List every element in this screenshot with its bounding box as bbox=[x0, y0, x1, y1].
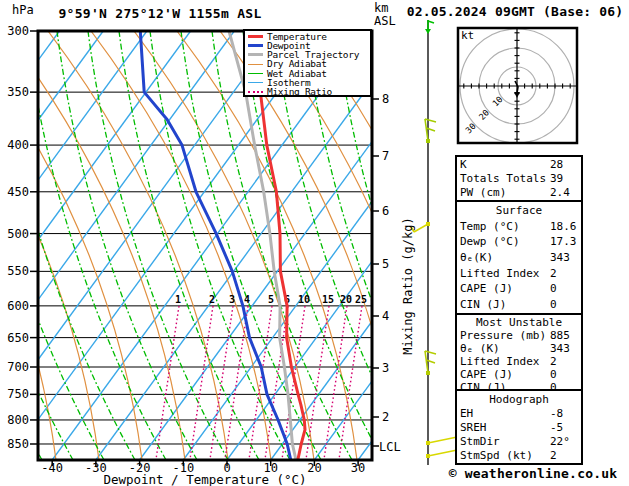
info-row-value: 343 bbox=[550, 251, 570, 264]
pressure-tick-label: 850 bbox=[7, 437, 29, 451]
mixing-ratio-label: 1 bbox=[175, 294, 181, 305]
pressure-unit-label: hPa bbox=[12, 3, 34, 17]
info-row-label: CAPE (J) bbox=[460, 368, 513, 381]
pressure-tick-label: 450 bbox=[7, 185, 29, 199]
mixing-ratio-label: 10 bbox=[298, 294, 310, 305]
pressure-tick-label: 750 bbox=[7, 387, 29, 401]
km-tick-label: 3 bbox=[382, 361, 389, 375]
hodograph: 102030 bbox=[456, 25, 578, 147]
pressure-tick-label: 550 bbox=[7, 264, 29, 278]
mixing-ratio-label: 20 bbox=[340, 294, 352, 305]
info-row-value: -8 bbox=[550, 407, 563, 420]
altitude-unit-asl: ASL bbox=[374, 15, 396, 28]
info-row-label: θₑ(K) bbox=[460, 251, 493, 264]
lcl-label: LCL bbox=[379, 440, 401, 454]
pressure-tick-label: 350 bbox=[7, 85, 29, 99]
info-row-label: CAPE (J) bbox=[460, 282, 513, 295]
copyright-footer: © weatheronline.co.uk bbox=[440, 466, 626, 481]
isotherm-swatch bbox=[248, 82, 263, 83]
mixing-ratio-axis-label: Mixing Ratio (g/kg) bbox=[401, 204, 415, 368]
altitude-unit-label: km ASL bbox=[374, 2, 396, 28]
mixing-ratio-label: 4 bbox=[244, 294, 250, 305]
info-row-value: 0 bbox=[550, 368, 557, 381]
pressure-tick-label: 400 bbox=[7, 138, 29, 152]
info-row: Temp (°C)18.6 bbox=[460, 220, 578, 233]
wind-barb bbox=[425, 351, 436, 375]
info-section-hodograph: HodographEH-8SREH-5StmDir22°StmSpd (kt)2 bbox=[455, 389, 583, 465]
info-row: Lifted Index2 bbox=[460, 267, 578, 280]
info-row-label: SREH bbox=[460, 421, 487, 434]
info-section-title: Hodograph bbox=[460, 393, 578, 406]
info-row: Totals Totals39 bbox=[460, 172, 578, 185]
legend-item-label: Mixing Ratio bbox=[267, 87, 332, 97]
info-row-value: 17.3 bbox=[550, 235, 577, 248]
info-row-label: EH bbox=[460, 407, 473, 420]
info-row-label: Lifted Index bbox=[460, 267, 539, 280]
info-row: CIN (J)0 bbox=[460, 298, 578, 311]
x-axis-title: Dewpoint / Temperature (°C) bbox=[38, 472, 372, 486]
info-row: Pressure (mb)885 bbox=[460, 329, 578, 342]
info-row-value: 22° bbox=[550, 435, 570, 448]
hodograph-ring-label: 30 bbox=[463, 121, 477, 135]
mixing-ratio-label: 5 bbox=[268, 294, 274, 305]
info-row: StmSpd (kt)2 bbox=[460, 449, 578, 462]
info-row-label: K bbox=[460, 158, 467, 171]
km-tick-label: 6 bbox=[382, 204, 389, 218]
pressure-tick-label: 700 bbox=[7, 360, 29, 374]
km-tick-label: 8 bbox=[382, 92, 389, 106]
wind-barb bbox=[425, 119, 436, 143]
info-row-value: 2.4 bbox=[550, 186, 570, 199]
info-section-title: Surface bbox=[460, 204, 578, 217]
info-row-value: 885 bbox=[550, 329, 570, 342]
pressure-tick-label: 650 bbox=[7, 331, 29, 345]
legend-box: TemperatureDewpointParcel TrajectoryDry … bbox=[243, 29, 372, 97]
km-tick-label: 2 bbox=[382, 410, 389, 424]
info-row-value: 2 bbox=[550, 267, 557, 280]
pressure-tick-label: 300 bbox=[7, 24, 29, 38]
info-section-surface: SurfaceTemp (°C)18.6Dewp (°C)17.3θₑ(K)34… bbox=[455, 200, 583, 315]
info-row-value: 0 bbox=[550, 282, 557, 295]
info-row-label: θₑ (K) bbox=[460, 342, 500, 355]
info-row: θₑ (K)343 bbox=[460, 342, 578, 355]
info-row-label: CIN (J) bbox=[460, 298, 506, 311]
hodograph-ring-label: 10 bbox=[490, 94, 504, 108]
hodograph-ring-label: 20 bbox=[477, 108, 491, 122]
skewt-sounding-screenshot: 1234561015202530035040045050055060065070… bbox=[0, 0, 629, 486]
info-row: Lifted Index2 bbox=[460, 355, 578, 368]
info-row: CAPE (J)0 bbox=[460, 368, 578, 381]
info-row: StmDir22° bbox=[460, 435, 578, 448]
pressure-tick-label: 600 bbox=[7, 299, 29, 313]
info-row: CAPE (J)0 bbox=[460, 282, 578, 295]
info-row: EH-8 bbox=[460, 407, 578, 420]
mixing-ratio-label: 3 bbox=[229, 294, 235, 305]
info-row-value: -5 bbox=[550, 421, 563, 434]
info-section-indices: K28Totals Totals39PW (cm)2.4 bbox=[455, 155, 583, 202]
legend-item: Mixing Ratio bbox=[248, 87, 370, 96]
info-row-label: Temp (°C) bbox=[460, 220, 520, 233]
info-row: K28 bbox=[460, 158, 578, 171]
info-row-value: 39 bbox=[550, 172, 563, 185]
km-tick-label: 7 bbox=[382, 149, 389, 163]
pressure-axis: 300350400450500550600650700750800850 bbox=[7, 24, 38, 451]
info-section-title: Most Unstable bbox=[460, 316, 578, 329]
info-row-label: PW (cm) bbox=[460, 186, 506, 199]
info-row-label: StmDir bbox=[460, 435, 500, 448]
station-title: 9°59'N 275°12'W 1155m ASL bbox=[40, 6, 280, 21]
mixing-ratio-lines: 12345610152025 bbox=[156, 294, 367, 460]
info-row-value: 2 bbox=[550, 355, 557, 368]
info-row-value: 28 bbox=[550, 158, 563, 171]
wind-barb bbox=[425, 20, 434, 34]
hodograph-unit-label: kt bbox=[461, 29, 474, 42]
dry-adiabat-swatch bbox=[248, 64, 263, 65]
temperature-swatch bbox=[248, 35, 263, 38]
pressure-tick-label: 800 bbox=[7, 413, 29, 427]
wet-adiabat-swatch bbox=[248, 73, 263, 74]
info-row-value: 0 bbox=[550, 298, 557, 311]
mixing-ratio-swatch bbox=[248, 91, 263, 93]
info-row-label: Dewp (°C) bbox=[460, 235, 520, 248]
km-asl-axis: 8765432 bbox=[372, 92, 389, 446]
pressure-tick-label: 500 bbox=[7, 227, 29, 241]
info-row-label: Totals Totals bbox=[460, 172, 546, 185]
info-row: θₑ(K)343 bbox=[460, 251, 578, 264]
info-section-most-unstable: Most UnstablePressure (mb)885θₑ (K)343Li… bbox=[455, 313, 583, 391]
